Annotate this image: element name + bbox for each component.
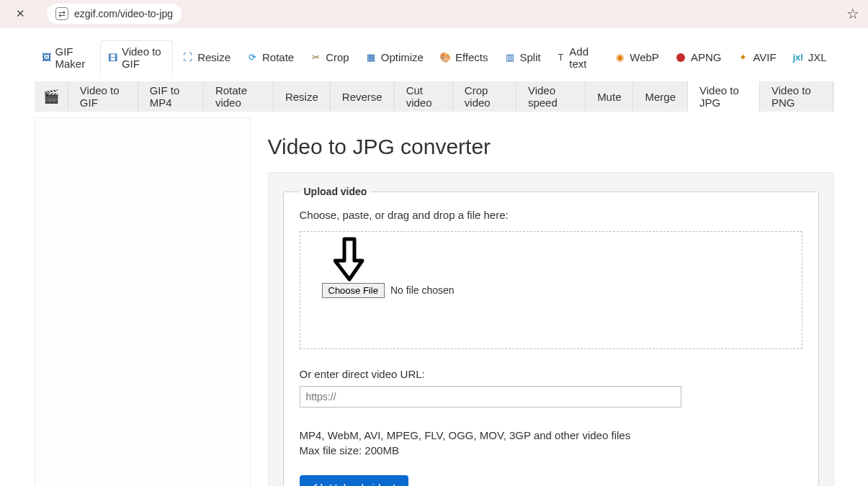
subnav-video-to-png[interactable]: Video to PNG	[760, 81, 834, 112]
supported-formats: MP4, WebM, AVI, MPEG, FLV, OGG, MOV, 3GP…	[300, 428, 802, 443]
nav-label: APNG	[691, 51, 722, 63]
subnav-merge[interactable]: Merge	[633, 81, 688, 112]
nav-label: JXL	[808, 51, 827, 63]
nav-jxl[interactable]: jxl JXL	[785, 47, 834, 68]
video-url-input[interactable]	[300, 386, 681, 408]
url-text: ezgif.com/video-to-jpg	[74, 8, 173, 19]
nav-split[interactable]: ▥ Split	[497, 47, 548, 68]
nav-label: Crop	[326, 51, 349, 63]
browser-top-bar: ✕ ⇄ ezgif.com/video-to-jpg ☆	[0, 0, 868, 27]
subnav-video-to-jpg[interactable]: Video to JPG	[688, 81, 760, 112]
avif-icon: ✦	[737, 52, 748, 63]
upload-video-button[interactable]: Upload video!	[300, 475, 409, 486]
upload-button-label: Upload video!	[330, 482, 396, 486]
site-info-icon[interactable]: ⇄	[55, 7, 68, 20]
nav-crop[interactable]: ✂ Crop	[303, 47, 357, 68]
file-dropzone[interactable]: Choose File No file chosen	[300, 231, 802, 349]
subnav-video-to-gif[interactable]: Video to GIF	[68, 81, 138, 112]
upload-panel: Upload video Choose, paste, or drag and …	[268, 172, 834, 486]
nav-video-to-gif[interactable]: 🎞 Video to GIF	[100, 40, 173, 74]
nav-optimize[interactable]: ▦ Optimize	[358, 47, 431, 68]
no-file-label: No file chosen	[390, 284, 455, 296]
subnav-video-speed[interactable]: Video speed	[516, 81, 586, 112]
webp-icon: ◉	[614, 52, 625, 63]
cloud-upload-icon	[313, 484, 324, 487]
nav-label: Rotate	[262, 51, 294, 63]
subnav-gif-to-mp4[interactable]: GIF to MP4	[138, 81, 204, 112]
subnav-reverse[interactable]: Reverse	[331, 81, 395, 112]
subnav-cut-video[interactable]: Cut video	[395, 81, 453, 112]
nav-label: Add text	[569, 45, 598, 70]
nav-label: WebP	[630, 51, 659, 63]
page-title: Video to JPG converter	[268, 135, 834, 159]
rotate-icon: ⟳	[246, 52, 258, 63]
nav-apng[interactable]: APNG	[668, 47, 729, 68]
nav-label: Split	[520, 51, 541, 63]
arrow-down-icon	[334, 236, 365, 282]
nav-rotate[interactable]: ⟳ Rotate	[239, 47, 301, 68]
subnav-resize[interactable]: Resize	[274, 81, 331, 112]
fieldset-legend: Upload video	[300, 186, 372, 197]
nav-label: Resize	[197, 51, 231, 63]
palette-icon: 🎨	[439, 52, 451, 63]
close-tab-icon[interactable]: ✕	[9, 7, 32, 20]
sidebar-ad-box	[35, 117, 251, 486]
nav-effects[interactable]: 🎨 Effects	[432, 47, 496, 68]
apng-icon	[675, 52, 686, 63]
nav-label: Video to GIF	[122, 45, 165, 70]
nav-label: AVIF	[753, 51, 776, 63]
bookmark-star-icon[interactable]: ☆	[846, 5, 859, 22]
url-label: Or enter direct video URL:	[300, 368, 802, 380]
text-icon: T	[557, 52, 565, 63]
video-category-icon: 🎬	[35, 81, 68, 112]
address-bar[interactable]: ⇄ ezgif.com/video-to-jpg	[47, 4, 182, 24]
max-size: Max file size: 200MB	[300, 443, 802, 458]
subnav-rotate-video[interactable]: Rotate video	[204, 81, 274, 112]
optimize-icon: ▦	[365, 52, 377, 63]
nav-resize[interactable]: ⛶ Resize	[174, 47, 238, 68]
nav-label: GIF Maker	[55, 45, 91, 70]
nav-webp[interactable]: ◉ WebP	[607, 47, 666, 68]
top-nav: 🖼 GIF Maker 🎞 Video to GIF ⛶ Resize ⟳ Ro…	[35, 27, 834, 81]
upload-instruction: Choose, paste, or drag and drop a file h…	[300, 209, 802, 221]
video-subnav: 🎬 Video to GIF GIF to MP4 Rotate video R…	[35, 81, 834, 112]
split-icon: ▥	[504, 52, 516, 63]
choose-file-button[interactable]: Choose File	[322, 283, 385, 298]
upload-fieldset: Upload video Choose, paste, or drag and …	[283, 186, 819, 486]
subnav-crop-video[interactable]: Crop video	[453, 81, 516, 112]
nav-avif[interactable]: ✦ AVIF	[730, 47, 783, 68]
nav-add-text[interactable]: T Add text	[550, 41, 606, 74]
photo-icon: 🖼	[42, 52, 51, 63]
format-hint: MP4, WebM, AVI, MPEG, FLV, OGG, MOV, 3GP…	[300, 428, 802, 458]
nav-label: Optimize	[381, 51, 424, 63]
nav-label: Effects	[455, 51, 488, 63]
resize-icon: ⛶	[182, 52, 193, 63]
subnav-mute[interactable]: Mute	[586, 81, 633, 112]
jxl-icon: jxl	[792, 52, 804, 63]
film-icon: 🎞	[108, 52, 117, 63]
crop-icon: ✂	[310, 52, 321, 63]
nav-gif-maker[interactable]: 🖼 GIF Maker	[35, 41, 99, 74]
